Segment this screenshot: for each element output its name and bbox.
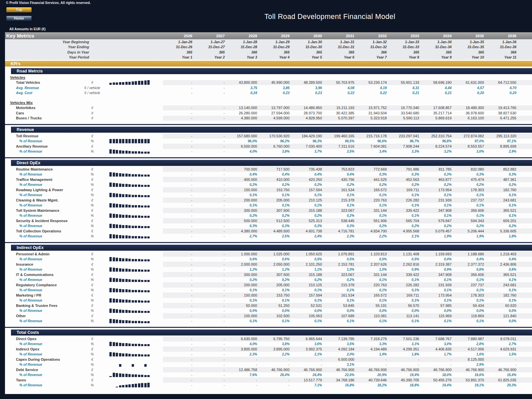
row-label: Cleaning & Waste Mgmt. xyxy=(5,198,76,202)
spark-bar xyxy=(113,203,115,207)
section-gap xyxy=(5,239,532,242)
value-cell: 7.139.785 xyxy=(325,337,357,341)
spark-bar xyxy=(141,226,143,228)
spark-bar xyxy=(122,215,124,218)
value-cell: 3,7% xyxy=(293,150,325,153)
value-cell: 4,0% xyxy=(228,342,260,346)
spark-bar xyxy=(119,258,121,261)
value-cell: 182.760 xyxy=(487,188,519,192)
value-cell: 717.500 xyxy=(260,167,292,171)
value-cell: 6.500.000 xyxy=(228,144,260,148)
value-cell: 0,22 xyxy=(325,91,357,95)
spark-bar xyxy=(109,342,112,346)
value-cell: 121.840 xyxy=(487,314,519,318)
value-cell: 4.601.738 xyxy=(293,229,325,233)
value-cell: 1-Jan-30 xyxy=(293,40,325,44)
value-cell: 0,1% xyxy=(293,299,325,302)
spark-bar xyxy=(116,214,118,218)
subsection-title: Vehicles Mix xyxy=(5,100,532,105)
value-cell: 96,7% xyxy=(390,139,422,143)
value-cell: - xyxy=(487,363,519,366)
sparkline-empty xyxy=(108,367,163,372)
spark-bar xyxy=(116,299,118,303)
spark-bar xyxy=(109,278,112,282)
row-label: % of Revenue xyxy=(5,213,76,217)
spark-bar xyxy=(141,280,143,282)
value-cell: 2.319.387 xyxy=(422,262,455,266)
unit-label: % xyxy=(76,309,108,313)
spark-bar xyxy=(128,151,131,154)
spark-bar xyxy=(122,235,124,238)
value-cell: 2,3% xyxy=(228,352,260,356)
row-values: --2,7%2,5%2,4%2,3%2,2%2,1%1,9%1,9%1,8% xyxy=(163,234,532,239)
spark-bar xyxy=(138,311,140,313)
table-row: % of Revenue%--0,1%0,1%0,1%0,1%0,1%0,1%0… xyxy=(5,203,532,208)
value-cell: - xyxy=(260,357,292,361)
spark-bar xyxy=(132,226,134,228)
value-cell: 0,23 xyxy=(293,91,325,95)
spark-bar xyxy=(122,320,124,323)
unit-label: % xyxy=(76,362,108,366)
value-cell: - xyxy=(163,224,195,228)
value-cell: Year 8 xyxy=(390,55,422,59)
spark-bar xyxy=(135,311,137,313)
value-cell: 0,1% xyxy=(487,203,519,207)
spark-bar xyxy=(116,373,118,377)
spark-bar xyxy=(132,259,134,261)
value-cell: 0,9% xyxy=(422,268,455,271)
value-cell: 243.681 xyxy=(487,283,519,287)
spark-bar xyxy=(109,234,112,238)
value-cell: 3,85 xyxy=(260,86,292,90)
value-cell: 61.631.000 xyxy=(455,80,487,84)
home-button[interactable]: Home xyxy=(6,16,32,21)
row-values: --12.486.75846.766.90046.766.90046.766.9… xyxy=(163,367,532,372)
value-cell: 0,2% xyxy=(325,278,357,282)
value-cell: 1,2% xyxy=(260,268,292,271)
value-cell: 0,1% xyxy=(260,319,292,323)
value-cell: 33.540.680 xyxy=(390,111,422,115)
value-cell: 0,1% xyxy=(357,299,390,302)
value-cell: 0,21 xyxy=(390,91,422,95)
year-header: 2030 xyxy=(293,34,325,38)
value-cell: 4.629.931 xyxy=(487,347,519,351)
value-cell: 26.280.000 xyxy=(228,111,260,115)
value-cell: 31-Dec-27 xyxy=(195,45,227,49)
sparkline xyxy=(108,319,163,324)
top-button[interactable]: Top xyxy=(6,7,32,13)
value-cell: - xyxy=(195,150,227,153)
value-cell: 2.050.000 xyxy=(260,262,292,266)
value-cell: 3,8% xyxy=(260,150,292,153)
value-cell: - xyxy=(163,309,195,313)
value-cell: 35.217.714 xyxy=(422,111,455,115)
unit-label: # xyxy=(76,116,108,120)
value-cell: Year 2 xyxy=(195,55,227,59)
spark-bar xyxy=(125,204,128,207)
spark-bar xyxy=(122,184,124,187)
value-cell: 356.606 xyxy=(455,208,487,212)
value-cell: 50.000 xyxy=(228,304,260,308)
value-cell: 365.521 xyxy=(487,273,519,277)
value-cell: 8.895.699 xyxy=(487,144,519,148)
value-cell: - xyxy=(195,219,227,223)
value-cell: 1,8% xyxy=(390,352,422,356)
spark-bar xyxy=(141,290,143,292)
table-row: Roadway Lighting & Power€--150.000153.75… xyxy=(5,187,532,193)
row-values: --2.000.0002.050.0002.101.2502.153.7812.… xyxy=(163,262,532,267)
value-cell: - xyxy=(163,116,195,120)
spark-bar xyxy=(135,354,137,356)
row-values: --0,6%0,6%0,5%0,5%0,5%0,5%0,4%0,4%0,4% xyxy=(163,257,532,262)
value-cell: 226.282 xyxy=(390,283,422,287)
spark-bar xyxy=(125,353,128,356)
value-cell: 1,9% xyxy=(357,352,390,356)
spark-bar xyxy=(135,290,137,292)
value-cell: 0,1% xyxy=(357,288,390,292)
spark-bar xyxy=(144,344,147,346)
unit-label: # xyxy=(76,106,108,110)
value-cell: 4.380.000 xyxy=(228,229,260,233)
value-cell: 110.381 xyxy=(357,314,390,318)
row-label: % of Revenue xyxy=(5,309,76,313)
value-cell: - xyxy=(163,229,195,233)
spark-bar xyxy=(116,278,118,282)
value-cell: - xyxy=(195,167,227,171)
spark-bar xyxy=(138,236,140,238)
